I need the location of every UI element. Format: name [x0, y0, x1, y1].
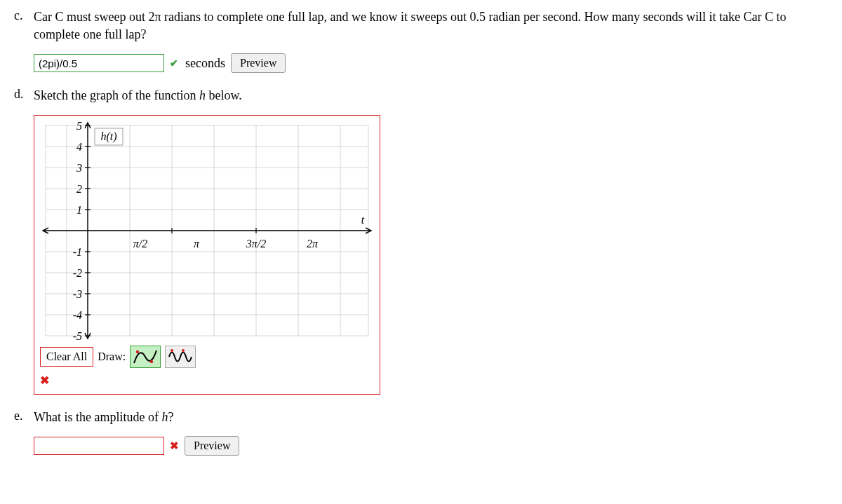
- svg-text:-2: -2: [73, 267, 82, 279]
- preview-c-button[interactable]: Preview: [231, 53, 286, 73]
- question-e: e. What is the amplitude of h? ✖ Preview: [14, 409, 828, 456]
- question-c-answer-row: ✔ seconds Preview: [34, 53, 828, 73]
- check-icon: ✔: [170, 57, 178, 69]
- question-e-label: e.: [14, 409, 27, 423]
- question-d-text: Sketch the graph of the function h below…: [34, 87, 828, 104]
- answer-c-input[interactable]: [34, 54, 164, 72]
- question-d-label: d.: [14, 87, 27, 102]
- svg-text:1: 1: [76, 204, 82, 216]
- preview-e-button[interactable]: Preview: [185, 436, 239, 456]
- x-icon: ✖: [170, 440, 179, 452]
- question-d-text-part2: below.: [206, 88, 242, 102]
- graph-toolbar: Clear All Draw:: [34, 343, 380, 371]
- question-e-answer-row: ✖ Preview: [34, 436, 828, 456]
- question-c-text-part1: Car C must sweep out: [34, 10, 149, 24]
- question-c: c. Car C must sweep out 2π radians to co…: [14, 8, 828, 73]
- question-e-text: What is the amplitude of h?: [34, 409, 828, 426]
- x-axis-label: t: [361, 214, 365, 226]
- svg-text:-1: -1: [73, 246, 82, 258]
- svg-text:-3: -3: [73, 288, 82, 300]
- question-d-text-part1: Sketch the graph of the function: [34, 88, 199, 102]
- svg-text:π: π: [194, 238, 200, 250]
- svg-point-52: [171, 349, 173, 352]
- question-e-text-part2: ?: [168, 410, 173, 424]
- question-c-label: c.: [14, 8, 27, 23]
- unit-seconds: seconds: [185, 56, 225, 71]
- draw-label: Draw:: [98, 350, 126, 363]
- svg-text:5: 5: [76, 120, 82, 132]
- question-e-text-part1: What is the amplitude of: [34, 410, 161, 424]
- graph-container: 5 4 3 2 1 -1 -2 -3 -4 -5 π/2 π 3π/2 2π: [34, 115, 380, 395]
- graph-canvas[interactable]: 5 4 3 2 1 -1 -2 -3 -4 -5 π/2 π 3π/2 2π: [39, 118, 375, 343]
- svg-text:2: 2: [76, 183, 82, 195]
- svg-point-53: [182, 349, 185, 352]
- svg-text:-5: -5: [73, 330, 82, 342]
- svg-point-51: [150, 360, 153, 362]
- svg-text:3π/2: 3π/2: [246, 238, 266, 250]
- question-c-text: Car C must sweep out 2π radians to compl…: [34, 8, 828, 43]
- sine-full-icon: [168, 349, 193, 365]
- svg-point-50: [136, 350, 139, 353]
- svg-text:4: 4: [76, 141, 82, 153]
- y-axis-label: h(t): [100, 130, 116, 143]
- graph-svg: 5 4 3 2 1 -1 -2 -3 -4 -5 π/2 π 3π/2 2π: [39, 118, 375, 343]
- function-h: h: [199, 88, 206, 102]
- svg-text:3: 3: [76, 162, 82, 174]
- svg-text:-4: -4: [73, 309, 82, 321]
- x-icon: ✖: [40, 374, 374, 387]
- sine-half-icon: [133, 349, 158, 365]
- clear-all-button[interactable]: Clear All: [40, 347, 93, 367]
- curve-tool-1-button[interactable]: [130, 346, 161, 368]
- svg-text:π/2: π/2: [133, 238, 147, 250]
- two-pi-symbol: 2π: [149, 10, 161, 24]
- answer-e-input[interactable]: [34, 437, 164, 455]
- question-d: d. Sketch the graph of the function h be…: [14, 87, 828, 394]
- curve-tool-2-button[interactable]: [165, 346, 196, 368]
- svg-text:2π: 2π: [307, 238, 319, 250]
